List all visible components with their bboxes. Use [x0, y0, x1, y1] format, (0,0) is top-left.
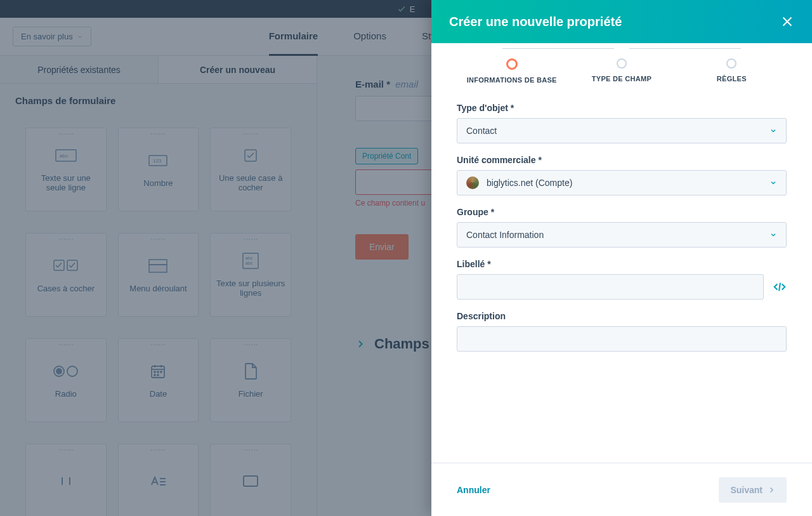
group-value: Contact Information: [466, 230, 544, 240]
description-label: Description: [457, 311, 787, 321]
object-type-select[interactable]: Contact: [457, 118, 787, 143]
business-unit-avatar-icon: [466, 176, 479, 189]
step-label: TYPE DE CHAMP: [566, 75, 676, 83]
description-input[interactable]: [457, 326, 787, 352]
step-label: INFORMATIONS DE BASE: [457, 76, 566, 84]
panel-footer: Annuler Suivant: [431, 463, 812, 516]
create-property-panel: Créer une nouvelle propriété INFORMATION…: [431, 0, 812, 516]
business-unit-select[interactable]: biglytics.net (Compte): [457, 170, 787, 195]
chevron-right-icon: [768, 486, 775, 494]
chevron-down-icon: [769, 127, 777, 135]
cancel-button[interactable]: Annuler: [457, 485, 490, 495]
object-type-value: Contact: [466, 126, 497, 136]
business-unit-value: biglytics.net (Compte): [487, 178, 572, 188]
step-label: RÈGLES: [677, 75, 787, 83]
libelle-label: Libellé *: [457, 259, 787, 269]
svg-line-33: [779, 283, 780, 291]
group-label: Groupe *: [457, 207, 787, 217]
chevron-down-icon: [769, 231, 777, 239]
chevron-down-icon: [769, 179, 777, 187]
step-field-type[interactable]: TYPE DE CHAMP: [566, 58, 676, 84]
panel-form: Type d'objet * Contact Unité commerciale…: [431, 84, 812, 463]
object-type-label: Type d'objet *: [457, 103, 787, 113]
stepper: INFORMATIONS DE BASE TYPE DE CHAMP RÈGLE…: [431, 43, 812, 84]
libelle-input[interactable]: [457, 274, 764, 300]
step-basic-info[interactable]: INFORMATIONS DE BASE: [457, 58, 566, 84]
step-rules[interactable]: RÈGLES: [677, 58, 787, 84]
panel-header: Créer une nouvelle propriété: [431, 0, 812, 43]
business-unit-label: Unité commerciale *: [457, 155, 787, 165]
next-button-label: Suivant: [730, 485, 763, 495]
group-select[interactable]: Contact Information: [457, 222, 787, 248]
panel-title: Créer une nouvelle propriété: [449, 15, 622, 29]
code-icon[interactable]: [773, 280, 787, 294]
close-icon[interactable]: [780, 15, 794, 29]
next-button[interactable]: Suivant: [719, 477, 787, 503]
